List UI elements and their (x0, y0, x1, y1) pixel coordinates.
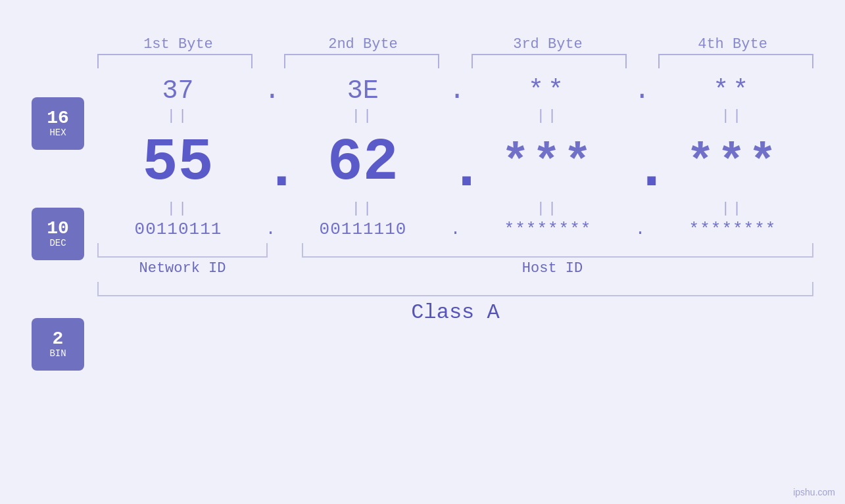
main-content: 1st Byte 2nd Byte 3rd Byte 4th Byte 37 .… (92, 36, 819, 504)
dec-byte2: 62 (277, 133, 448, 193)
hex-dot2: . (449, 75, 462, 106)
hex-byte3: ** (462, 76, 634, 106)
byte3-header: 3rd Byte (462, 36, 634, 53)
bin-dot3: . (634, 219, 646, 239)
dec-number: 10 (47, 219, 69, 238)
class-label: Class A (92, 300, 819, 325)
equals-row1: || || || || (92, 108, 819, 124)
hex-dot3: . (634, 75, 647, 106)
base-badges-column: 16 HEX 10 DEC 2 BIN (32, 97, 84, 371)
hex-dot1: . (264, 75, 277, 106)
eq1-byte4: || (646, 108, 819, 124)
eq1-byte2: || (277, 108, 449, 124)
dec-byte3: *** (462, 139, 634, 187)
eq2-byte2: || (277, 200, 449, 217)
dec-byte4: *** (647, 139, 819, 187)
dec-byte1: 55 (92, 133, 264, 193)
bin-byte3: ******** (462, 219, 634, 239)
bracket-byte2 (284, 54, 439, 68)
dec-row: 55 . 62 . *** . *** (92, 127, 819, 199)
network-id-label: Network ID (92, 260, 273, 277)
hex-byte1: 37 (92, 76, 264, 106)
eq2-byte1: || (92, 200, 264, 217)
bracket-byte4 (658, 54, 813, 68)
eq1-byte3: || (462, 108, 634, 124)
dec-dot2: . (449, 127, 462, 199)
outer-bracket (97, 282, 813, 296)
bin-dot2: . (449, 219, 462, 239)
byte4-header: 4th Byte (646, 36, 819, 53)
hex-number: 16 (47, 109, 69, 127)
dec-label: DEC (49, 238, 66, 249)
dec-dot3: . (634, 127, 647, 199)
bin-label: BIN (49, 348, 66, 359)
eq2-byte3: || (462, 200, 634, 217)
bin-byte1: 00110111 (92, 219, 264, 239)
bin-dot1: . (264, 219, 277, 239)
byte2-header: 2nd Byte (277, 36, 449, 53)
bracket-byte1 (97, 54, 253, 68)
dec-dot1: . (264, 127, 277, 199)
bin-byte2: 00111110 (277, 219, 449, 239)
id-labels: Network ID Host ID (92, 260, 819, 277)
host-id-label: Host ID (286, 260, 819, 277)
host-bracket (302, 243, 813, 258)
hex-label: HEX (49, 127, 66, 139)
dec-badge: 10 DEC (32, 208, 84, 260)
bracket-byte3 (471, 54, 627, 68)
bin-number: 2 (53, 330, 64, 348)
network-bracket (97, 243, 268, 258)
eq2-byte4: || (646, 200, 819, 217)
hex-row: 37 . 3E . ** . ** (92, 75, 819, 106)
byte1-header: 1st Byte (92, 36, 264, 53)
watermark: ipshu.com (793, 487, 835, 497)
hex-badge: 16 HEX (32, 97, 84, 150)
top-brackets (92, 54, 819, 68)
bin-row: 00110111 . 00111110 . ******** . *******… (92, 219, 819, 239)
bin-badge: 2 BIN (32, 318, 84, 371)
bin-byte4: ******** (646, 219, 819, 239)
bottom-brackets (92, 243, 819, 258)
byte-headers-row: 1st Byte 2nd Byte 3rd Byte 4th Byte (92, 36, 819, 53)
main-container: 16 HEX 10 DEC 2 BIN 1st Byte 2nd Byte 3r… (0, 0, 845, 504)
hex-byte4: ** (647, 76, 819, 106)
hex-byte2: 3E (277, 76, 448, 106)
eq1-byte1: || (92, 108, 264, 124)
